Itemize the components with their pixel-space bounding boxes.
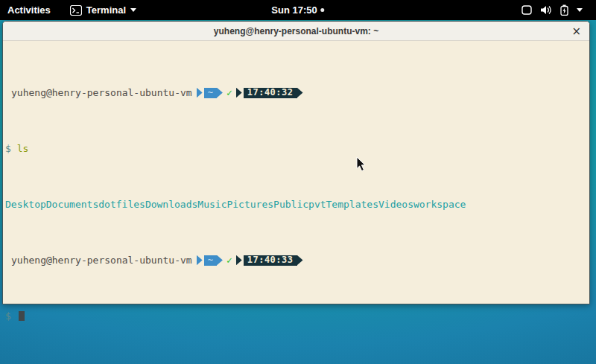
notification-dot-icon (321, 8, 325, 12)
prompt-cwd-badge: ~ (204, 255, 217, 266)
powerline-arrow-icon (236, 255, 242, 266)
status-check-icon: ✓ (226, 87, 232, 98)
directory-name: Music (197, 199, 226, 210)
directory-name: Templates (326, 199, 378, 210)
directory-name: Desktop (5, 199, 46, 210)
directory-name: dotfiles (98, 199, 145, 210)
powerline-arrow-icon (297, 88, 303, 98)
chevron-down-icon (130, 8, 136, 12)
directory-name: pvt (308, 199, 326, 210)
powerline-arrow-icon (197, 255, 203, 266)
prompt-line-2: yuheng@henry-personal-ubuntu-vm ~ ✓ 17:4… (5, 255, 588, 266)
powerline-arrow-icon (297, 255, 303, 266)
battery-charging-icon (560, 4, 568, 16)
volume-icon (540, 5, 552, 15)
activities-button[interactable]: Activities (7, 4, 51, 16)
text-cursor (19, 311, 25, 321)
close-button[interactable]: × (571, 25, 581, 36)
app-menu-label: Terminal (86, 4, 126, 16)
powerline-arrow-icon (236, 88, 242, 98)
directory-name: Videos (378, 199, 413, 210)
prompt-time-badge: 17:40:32 (244, 88, 297, 98)
window-titlebar[interactable]: yuheng@henry-personal-ubuntu-vm: ~ × (3, 22, 589, 41)
directory-name: workspace (413, 199, 466, 210)
prompt-line-1: yuheng@henry-personal-ubuntu-vm ~ ✓ 17:4… (5, 87, 588, 98)
top-bar: Activities Terminal Sun 17:50 (0, 0, 596, 20)
typed-command: ls (17, 143, 29, 154)
desktop: Activities Terminal Sun 17:50 (0, 0, 596, 364)
prompt-symbol: $ (5, 310, 11, 322)
chevron-down-icon (577, 8, 583, 12)
clock-label: Sun 17:50 (271, 4, 317, 16)
system-status-area[interactable] (522, 0, 583, 20)
terminal-icon (70, 5, 82, 16)
powerline-arrow-icon (217, 88, 223, 98)
directory-name: Downloads (145, 199, 197, 210)
display-icon (522, 5, 532, 15)
directory-name: Public (273, 199, 308, 210)
clock-button[interactable]: Sun 17:50 (271, 4, 324, 16)
powerline-arrow-icon (197, 88, 203, 98)
input-line[interactable]: $ (5, 310, 588, 322)
prompt-time-badge: 17:40:33 (244, 255, 297, 266)
powerline-arrow-icon (217, 255, 223, 266)
directory-name: Pictures (226, 199, 273, 210)
window-title: yuheng@henry-personal-ubuntu-vm: ~ (214, 26, 378, 36)
command-line: $ ls (5, 143, 588, 154)
terminal-window: yuheng@henry-personal-ubuntu-vm: ~ × yuh… (2, 21, 590, 304)
mouse-pointer-icon (356, 156, 367, 175)
terminal-content[interactable]: yuheng@henry-personal-ubuntu-vm ~ ✓ 17:4… (3, 41, 589, 304)
status-check-icon: ✓ (226, 255, 232, 266)
prompt-user-host: yuheng@henry-personal-ubuntu-vm (11, 87, 192, 98)
prompt-user-host: yuheng@henry-personal-ubuntu-vm (11, 255, 192, 266)
app-menu-button[interactable]: Terminal (70, 4, 136, 16)
directory-name: Documents (46, 199, 98, 210)
prompt-symbol: $ (5, 143, 11, 154)
prompt-cwd-badge: ~ (204, 88, 217, 98)
ls-output-line: Desktop Documents dotfiles Downloads Mus… (5, 199, 588, 210)
